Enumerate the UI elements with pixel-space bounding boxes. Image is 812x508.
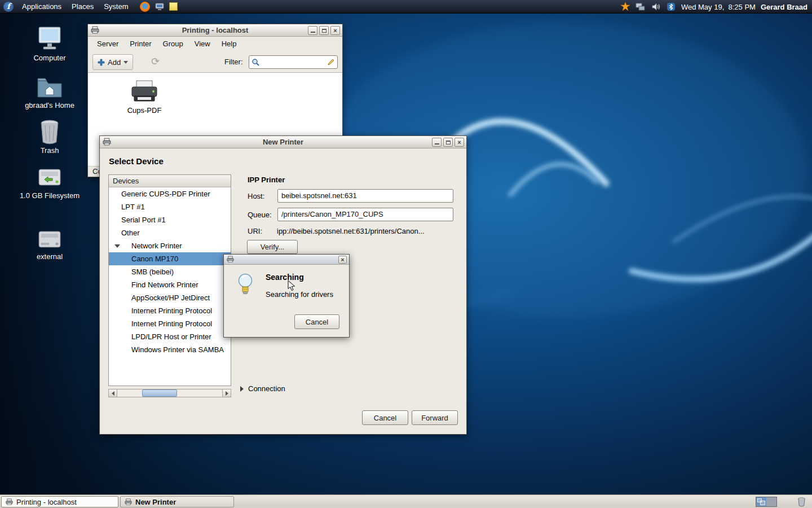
- menu-server[interactable]: Server: [91, 37, 124, 51]
- device-row[interactable]: LPT #1: [109, 200, 231, 213]
- workspace-1[interactable]: [756, 497, 766, 506]
- printer-task-icon: [6, 498, 13, 506]
- desktop-icon-label: external: [17, 252, 82, 261]
- scrollbar-trough[interactable]: [117, 389, 222, 397]
- menu-view[interactable]: View: [189, 37, 216, 51]
- printer-device-icon: [130, 80, 159, 104]
- menu-printer[interactable]: Printer: [124, 37, 157, 51]
- firefox-launcher-icon[interactable]: [140, 2, 150, 12]
- taskbar-item-printing[interactable]: Printing - localhost: [1, 496, 118, 507]
- scroll-left-arrow[interactable]: [109, 389, 117, 397]
- desktop-icon-label: Trash: [17, 146, 82, 155]
- device-row[interactable]: Other: [109, 226, 231, 239]
- device-row[interactable]: Generic CUPS-PDF Printer: [109, 187, 231, 200]
- device-row[interactable]: SMB (beibei): [109, 265, 231, 278]
- desktop-icon-filesystem[interactable]: 1.0 GB Filesystem: [17, 163, 82, 200]
- scroll-right-arrow[interactable]: [222, 389, 231, 397]
- ipp-printer-heading: IPP Printer: [248, 176, 285, 184]
- fedora-menu-icon[interactable]: f: [3, 2, 14, 12]
- searching-cancel-button[interactable]: Cancel: [294, 314, 339, 329]
- drive-icon: [17, 163, 82, 190]
- devices-horizontal-scrollbar[interactable]: [108, 389, 231, 397]
- cancel-button[interactable]: Cancel: [362, 410, 408, 425]
- user-menu[interactable]: Gerard Braad: [761, 3, 807, 11]
- menu-places[interactable]: Places: [67, 0, 99, 14]
- searching-dialog: × Searching Searching for drivers Cancel: [223, 254, 350, 338]
- expander-open-icon[interactable]: [114, 244, 120, 248]
- external-drive-icon: [17, 224, 82, 251]
- lightbulb-icon: [236, 273, 254, 296]
- uri-label: URI:: [248, 227, 262, 235]
- maximize-button[interactable]: [319, 26, 329, 35]
- desktop-icon-label: 1.0 GB Filesystem: [17, 191, 82, 200]
- verify-button[interactable]: Verify...: [247, 240, 298, 254]
- close-button[interactable]: ×: [338, 256, 347, 264]
- search-icon: [251, 58, 259, 66]
- home-folder-icon: [17, 72, 82, 99]
- devices-list[interactable]: Devices Generic CUPS-PDF Printer LPT #1 …: [108, 174, 231, 386]
- add-printer-button[interactable]: Add: [92, 54, 133, 70]
- forward-button[interactable]: Forward: [412, 410, 458, 425]
- desktop-icon-trash[interactable]: Trash: [17, 117, 82, 155]
- printer-item-label: Cups-PDF: [119, 106, 170, 115]
- close-button[interactable]: ×: [454, 138, 464, 147]
- remote-desktop-icon[interactable]: [636, 2, 646, 12]
- workspace-switcher[interactable]: [756, 497, 777, 507]
- taskbar-item-label: Printing - localhost: [16, 498, 77, 506]
- device-row[interactable]: Serial Port #1: [109, 213, 231, 226]
- notes-launcher-icon[interactable]: [169, 2, 178, 11]
- minimize-button[interactable]: [432, 138, 442, 147]
- connection-label: Connection: [248, 384, 285, 393]
- display-launcher-icon[interactable]: [155, 2, 165, 12]
- new-printer-title: New Printer: [263, 138, 303, 146]
- trash-icon: [17, 117, 82, 144]
- desktop-icon-computer[interactable]: Computer: [17, 25, 82, 62]
- device-row[interactable]: Internet Printing Protocol: [109, 304, 231, 317]
- menu-applications[interactable]: Applications: [17, 0, 67, 14]
- device-row[interactable]: Windows Printer via SAMBA: [109, 343, 231, 356]
- expander-closed-icon: [240, 386, 244, 392]
- uri-value: ipp://beibei.spotsnel.net:631/printers/C…: [277, 227, 461, 235]
- device-row-network-printer[interactable]: Network Printer: [109, 239, 231, 252]
- desktop-icon-home[interactable]: gbraad's Home: [17, 72, 82, 110]
- host-label: Host:: [248, 192, 264, 200]
- scrollbar-thumb[interactable]: [142, 389, 177, 397]
- printing-window-titlebar[interactable]: Printing - localhost ×: [88, 24, 342, 37]
- filter-search-input[interactable]: [249, 55, 338, 69]
- workspace-2[interactable]: [766, 497, 776, 506]
- new-printer-titlebar[interactable]: New Printer ×: [100, 136, 466, 148]
- menu-system[interactable]: System: [99, 0, 133, 14]
- plus-icon: [98, 59, 105, 66]
- printer-window-icon: [227, 256, 234, 263]
- bottom-taskbar: Printing - localhost New Printer: [0, 494, 812, 508]
- updates-icon[interactable]: [620, 2, 630, 12]
- desktop-icon-external[interactable]: external: [17, 224, 82, 261]
- close-button[interactable]: ×: [330, 26, 340, 35]
- queue-input[interactable]: /printers/Canon_MP170_CUPS: [277, 208, 453, 221]
- desktop-icon-label: Computer: [17, 54, 82, 62]
- bluetooth-icon[interactable]: [666, 2, 676, 12]
- maximize-button[interactable]: [443, 138, 453, 147]
- refresh-icon[interactable]: ⟳: [151, 55, 160, 68]
- devices-column-header[interactable]: Devices: [109, 175, 231, 187]
- queue-label: Queue:: [248, 211, 272, 219]
- connection-expander[interactable]: Connection: [240, 384, 285, 393]
- device-row[interactable]: Internet Printing Protocol: [109, 317, 231, 330]
- clock[interactable]: Wed May 19, 8:25 PM: [681, 3, 756, 11]
- volume-icon[interactable]: [651, 2, 661, 12]
- printer-window-icon: [103, 138, 111, 146]
- taskbar-item-new-printer[interactable]: New Printer: [120, 496, 234, 507]
- device-row[interactable]: AppSocket/HP JetDirect: [109, 291, 231, 304]
- minimize-button[interactable]: [308, 26, 317, 35]
- device-row[interactable]: Find Network Printer: [109, 278, 231, 291]
- computer-icon: [17, 25, 82, 52]
- device-row-selected[interactable]: Canon MP170: [109, 252, 231, 265]
- taskbar-trash-icon[interactable]: [796, 497, 806, 507]
- host-input[interactable]: beibei.spotsnel.net:631: [277, 189, 453, 203]
- printer-task-icon: [125, 498, 132, 506]
- menu-group[interactable]: Group: [157, 37, 189, 51]
- printer-item-cups-pdf[interactable]: Cups-PDF: [119, 80, 170, 115]
- searching-titlebar[interactable]: ×: [224, 255, 349, 265]
- menu-help[interactable]: Help: [216, 37, 242, 51]
- device-row[interactable]: LPD/LPR Host or Printer: [109, 330, 231, 343]
